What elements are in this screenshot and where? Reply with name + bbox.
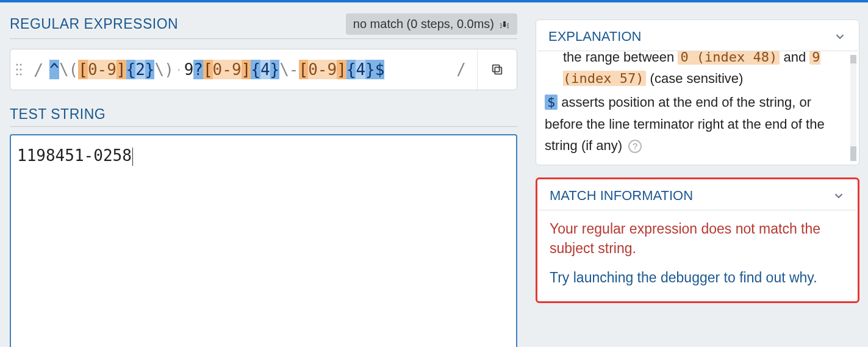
svg-point-8: [16, 63, 18, 65]
regex-token: [: [299, 60, 309, 79]
anchor-token: $: [545, 95, 558, 110]
regex-token: ^: [49, 60, 59, 79]
explanation-title: EXPLANATION: [548, 29, 641, 45]
regex-token: \): [154, 60, 173, 79]
text-cursor: [132, 148, 133, 166]
match-status-pill[interactable]: no match (0 steps, 0.0ms): [346, 13, 517, 35]
regex-token: }: [270, 60, 280, 79]
regex-token: 4: [356, 60, 365, 79]
regex-open-delim: /: [27, 49, 49, 90]
debugger-hint-link[interactable]: Try launching the debugger to find out w…: [550, 268, 845, 287]
regex-token: ]: [337, 60, 346, 79]
regex-title: REGULAR EXPRESSION: [10, 16, 178, 32]
match-info-body: Your regular expression does not match t…: [537, 210, 858, 301]
scrollbar-thumb[interactable]: [850, 146, 856, 161]
explanation-line-range: the range between 0 (index 48) and 9 (in…: [563, 51, 852, 89]
regex-token: 9: [184, 60, 194, 79]
svg-line-4: [500, 27, 501, 28]
regex-header: REGULAR EXPRESSION no match (0 steps, 0.…: [10, 13, 517, 39]
bug-icon[interactable]: [499, 19, 510, 30]
regex-token: }: [145, 60, 155, 79]
regex-token: ]: [117, 60, 126, 79]
chevron-down-icon[interactable]: [833, 30, 847, 43]
regex-token: ?: [193, 60, 203, 79]
regex-token: [: [78, 60, 88, 79]
explanation-body[interactable]: the range between 0 (index 48) and 9 (in…: [536, 51, 859, 165]
match-info-title: MATCH INFORMATION: [550, 188, 693, 204]
scroll-up-icon[interactable]: [850, 55, 856, 63]
svg-rect-15: [493, 65, 500, 72]
explanation-panel: EXPLANATION the range between 0 (index 4…: [536, 20, 859, 165]
regex-token: 4: [260, 60, 270, 79]
match-status-text: no match (0 steps, 0.0ms): [353, 17, 494, 31]
regex-token: \-: [279, 60, 298, 79]
svg-rect-1: [503, 23, 506, 27]
copy-button[interactable]: [478, 49, 517, 90]
drag-handle-icon[interactable]: [10, 49, 27, 90]
svg-line-7: [508, 27, 509, 28]
match-info-panel: MATCH INFORMATION Your regular expressio…: [536, 177, 859, 303]
scrollbar-track[interactable]: [850, 55, 856, 161]
explanation-header[interactable]: EXPLANATION: [537, 20, 858, 51]
regex-token: {: [126, 60, 136, 79]
svg-point-11: [20, 68, 21, 70]
svg-line-5: [508, 23, 509, 24]
regex-pattern-content[interactable]: ^\([0-9]{2}\)·9?[0-9]{4}\-[0-9]{4}$: [49, 49, 445, 90]
svg-rect-14: [495, 67, 501, 74]
regex-token: [: [203, 60, 213, 79]
regex-token: ·: [174, 63, 184, 76]
svg-line-2: [500, 23, 501, 24]
regex-token: 0-9: [88, 60, 117, 79]
regex-token: ]: [242, 60, 251, 79]
regex-token: }: [365, 60, 375, 79]
help-icon[interactable]: ?: [628, 140, 642, 153]
match-info-header[interactable]: MATCH INFORMATION: [539, 179, 856, 210]
regex-token: {: [346, 60, 356, 79]
regex-token: $: [375, 60, 385, 79]
svg-point-9: [20, 63, 21, 65]
svg-point-13: [20, 73, 21, 75]
regex-token: 0-9: [213, 60, 242, 79]
regex-close-delim[interactable]: /: [445, 49, 478, 90]
test-string-title: TEST STRING: [10, 106, 517, 127]
svg-point-12: [16, 73, 18, 75]
regex-token: {: [251, 60, 260, 79]
regex-input[interactable]: / ^\([0-9]{2}\)·9?[0-9]{4}\-[0-9]{4}$ /: [10, 49, 517, 90]
svg-point-10: [16, 68, 18, 70]
regex-token: 2: [135, 60, 145, 79]
regex-token: 0-9: [308, 60, 337, 79]
chevron-down-icon[interactable]: [832, 189, 845, 202]
test-string-value: 1198451-0258: [17, 146, 132, 165]
test-string-input[interactable]: 1198451-0258: [10, 134, 517, 347]
code-token: 0 (index 48): [678, 51, 780, 65]
regex-token: \(: [59, 60, 78, 79]
no-match-message: Your regular expression does not match t…: [550, 219, 845, 258]
explanation-line-anchor: $ asserts position at the end of the str…: [545, 91, 852, 156]
